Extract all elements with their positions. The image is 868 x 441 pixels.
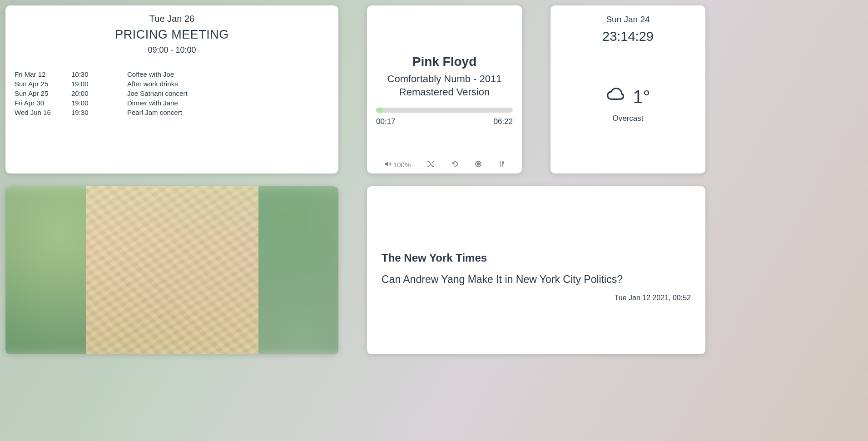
music-time-elapsed: 00:17 [376, 117, 396, 126]
weather-temperature: 1° [633, 87, 650, 107]
clock-time: 23:14:29 [560, 29, 696, 44]
volume-percent: 100% [393, 161, 411, 168]
shuffle-icon[interactable] [427, 160, 435, 169]
volume-icon [384, 161, 392, 168]
event-title: Pearl Jam concert [127, 109, 329, 116]
event-time: 19:00 [71, 99, 127, 107]
news-date: Tue Jan 12 2021, 00:52 [382, 294, 691, 302]
event-time: 20:00 [71, 89, 127, 97]
event-title: Dinner with Jane [127, 99, 329, 107]
event-time: 19:00 [71, 80, 127, 88]
event-date: Fri Apr 30 [15, 99, 71, 107]
music-time-duration: 06:22 [493, 117, 513, 126]
target-icon[interactable] [475, 160, 482, 169]
news-card: The New York Times Can Andrew Yang Make … [367, 186, 705, 354]
music-track-title: Comfortably Numb - 2011 Remastered Versi… [376, 73, 513, 99]
music-artist: Pink Floyd [376, 55, 513, 69]
calendar-next-event-date: Tue Jan 26 [15, 14, 329, 24]
news-source: The New York Times [382, 252, 691, 264]
event-date: Sun Apr 25 [15, 89, 71, 97]
event-title: Joe Satriani concert [127, 89, 329, 97]
calendar-event-row: Sun Apr 25 20:00 Joe Satriani concert [15, 89, 329, 97]
photo-image [86, 186, 258, 354]
news-headline: Can Andrew Yang Make It in New York City… [382, 273, 691, 286]
clock-weather-card: Sun Jan 24 23:14:29 1° Overcast [551, 5, 705, 173]
calendar-card: Tue Jan 26 PRICING MEETING 09:00 - 10:00… [5, 5, 338, 173]
event-time: 19:30 [71, 109, 127, 116]
cloud-icon [605, 86, 625, 108]
volume-control[interactable]: 100% [384, 161, 411, 168]
photo-card [5, 186, 338, 354]
calendar-event-row: Sun Apr 25 19:00 After work drinks [15, 80, 329, 88]
music-player-card: Pink Floyd Comfortably Numb - 2011 Remas… [367, 5, 522, 173]
clock-date: Sun Jan 24 [560, 15, 696, 25]
event-time: 10:30 [71, 70, 127, 78]
weather-condition: Overcast [560, 114, 696, 123]
calendar-next-event-time: 09:00 - 10:00 [15, 45, 329, 55]
event-date: Wed Jun 16 [15, 109, 71, 116]
svg-point-1 [477, 163, 480, 165]
calendar-event-list: Fri Mar 12 10:30 Coffee with Joe Sun Apr… [15, 70, 329, 116]
calendar-event-row: Fri Apr 30 19:00 Dinner with Jane [15, 99, 329, 107]
music-progress-fill [376, 108, 382, 113]
calendar-event-row: Wed Jun 16 19:30 Pearl Jam concert [15, 109, 329, 116]
event-date: Sun Apr 25 [15, 80, 71, 88]
event-title: Coffee with Joe [127, 70, 329, 78]
music-progress-bar[interactable] [376, 108, 513, 113]
event-date: Fri Mar 12 [15, 70, 71, 78]
calendar-next-event-title: PRICING MEETING [15, 28, 329, 42]
repeat-icon[interactable] [451, 160, 459, 169]
event-title: After work drinks [127, 80, 329, 88]
utensils-icon[interactable] [498, 160, 505, 169]
calendar-event-row: Fri Mar 12 10:30 Coffee with Joe [15, 70, 329, 78]
